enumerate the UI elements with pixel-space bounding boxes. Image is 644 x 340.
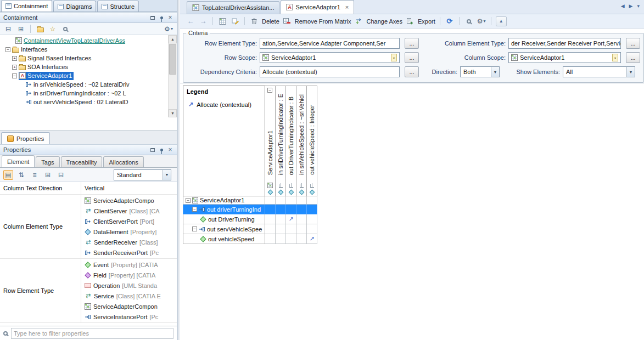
matrix-column-out-vehiclespeed[interactable]: out vehicleSpeed : Integer: [307, 86, 317, 196]
delete-icon[interactable]: [249, 16, 259, 26]
collapse-row-icon[interactable]: −: [192, 226, 197, 231]
tree-item-interfaces[interactable]: − Interfaces: [0, 45, 167, 54]
expand-node-icon[interactable]: +: [12, 56, 17, 61]
pin-panel-icon[interactable]: [158, 14, 165, 21]
matrix-cell[interactable]: [265, 214, 276, 224]
matrix-cell[interactable]: [296, 234, 307, 244]
row-element-type-field[interactable]: ation,Service,Service Adapter Component,…: [260, 38, 400, 49]
matrix-row-out-driverturningindicator-port[interactable]: − out driverTurningInd: [183, 205, 317, 214]
selected-tree-item[interactable]: A ServiceAdaptor1: [19, 72, 74, 80]
collapse-all-icon[interactable]: ⊟: [3, 24, 13, 34]
pin-panel-icon[interactable]: [158, 146, 165, 154]
edit-diagram-icon[interactable]: [230, 16, 240, 26]
search-icon[interactable]: [60, 24, 70, 34]
matrix-cell[interactable]: [307, 214, 317, 224]
tab-structure[interactable]: Structure: [97, 1, 139, 12]
collapse-row-icon[interactable]: −: [186, 198, 191, 203]
refresh-icon[interactable]: ⟳: [445, 16, 455, 26]
matrix-row-out-vehiclespeed[interactable]: out vehicleSpeed ↗: [183, 234, 317, 244]
expand-all-icon[interactable]: ⊞: [43, 170, 53, 180]
tree-item-in-sridriverturningindicator[interactable]: in sriDriverTurningIndicator : ~02 L: [0, 89, 167, 98]
remove-from-matrix-icon[interactable]: [282, 16, 292, 26]
collapse-column-icon[interactable]: −: [267, 88, 272, 93]
property-value-list[interactable]: Event [Property] [CATIA Field [Property]…: [81, 259, 177, 322]
matrix-cell-allocated[interactable]: ↗: [307, 234, 317, 244]
tree-item-out-servvehiclespeed[interactable]: out servVehicleSpeed : 02 LateralD: [0, 98, 167, 106]
tree-item-signal-based-interfaces[interactable]: + Signal Based Interfaces: [0, 54, 167, 63]
forward-icon[interactable]: →: [198, 16, 208, 26]
scroll-up-icon[interactable]: ▲: [169, 35, 177, 43]
column-element-type-browse-button[interactable]: ...: [626, 38, 640, 49]
remove-from-matrix-button[interactable]: Remove From Matrix: [295, 18, 351, 25]
matrix-options-gear-icon[interactable]: ⚙▾: [477, 16, 486, 26]
close-tab-icon[interactable]: ×: [345, 4, 349, 10]
close-panel-icon[interactable]: ×: [166, 14, 174, 21]
tab-element[interactable]: Element: [2, 155, 35, 167]
scope-flag-icon[interactable]: ▾: [391, 54, 397, 61]
row-element-type-browse-button[interactable]: ...: [405, 38, 419, 49]
matrix-cell[interactable]: [296, 224, 307, 234]
expand-node-icon[interactable]: +: [12, 65, 17, 70]
matrix-cell[interactable]: [307, 224, 317, 234]
tab-containment[interactable]: Containment: [1, 0, 52, 12]
matrix-cell[interactable]: [276, 214, 286, 224]
matrix-cell[interactable]: [296, 214, 307, 224]
matrix-cell[interactable]: [276, 196, 286, 205]
matrix-column-out-driverturningindicator[interactable]: out DriverTurningIndicator : B: [286, 86, 296, 196]
row-scope-browse-button[interactable]: ...: [405, 52, 419, 63]
properties-mode-select[interactable]: Standard ▼: [114, 169, 171, 180]
expand-all-icon[interactable]: ⊞: [16, 24, 26, 34]
scrollbar-thumb[interactable]: [169, 44, 176, 75]
matrix-cell[interactable]: [265, 234, 276, 244]
panel-options-gear-icon[interactable]: ⚙▾: [164, 24, 173, 34]
tree-item-soa-interfaces[interactable]: + SOA Interfaces: [0, 63, 167, 71]
tree-vertical-scrollbar[interactable]: ▲ ▼: [168, 35, 177, 117]
float-panel-icon[interactable]: [149, 146, 156, 154]
collapse-node-icon[interactable]: −: [5, 47, 10, 52]
matrix-cell[interactable]: [265, 196, 276, 205]
tree-item-containment-view[interactable]: ContainmentViewTopLateralDriverAss: [0, 36, 167, 45]
collapse-criteria-icon[interactable]: ▲: [496, 16, 507, 26]
tab-tags[interactable]: Tags: [36, 156, 59, 167]
matrix-cell[interactable]: [286, 205, 296, 214]
list-view-icon[interactable]: ≡: [30, 170, 40, 180]
favorites-star-icon[interactable]: ☆: [48, 24, 58, 34]
matrix-cell[interactable]: [286, 234, 296, 244]
float-panel-icon[interactable]: [149, 14, 156, 21]
matrix-column-in-srivehiclespeed[interactable]: in sriVehicleSpeed : ~sriVehicl: [296, 86, 307, 196]
delete-button[interactable]: Delete: [262, 18, 279, 25]
open-diagram-icon[interactable]: [35, 24, 45, 34]
related-elements-icon[interactable]: [217, 16, 227, 26]
categorized-view-icon[interactable]: ▤: [3, 170, 13, 180]
column-scope-field[interactable]: ServiceAdaptor1 ▾: [508, 52, 621, 63]
direction-select[interactable]: Both ▼: [460, 66, 500, 77]
matrix-cell[interactable]: [276, 205, 286, 214]
prev-tab-icon[interactable]: ◀: [621, 3, 625, 9]
matrix-row-serviceadaptor1[interactable]: − ServiceAdaptor1: [183, 196, 317, 205]
matrix-row-out-driverturningindicator[interactable]: out DriverTurning ↗: [183, 214, 317, 224]
matrix-cell[interactable]: [286, 196, 296, 205]
matrix-cell[interactable]: [265, 205, 276, 214]
next-tab-icon[interactable]: ▶: [629, 3, 633, 9]
tab-diagrams[interactable]: Diagrams: [53, 1, 96, 12]
tab-allocations[interactable]: Allocations: [103, 156, 143, 167]
tab-traceability[interactable]: Traceability: [61, 156, 103, 167]
matrix-cell[interactable]: [276, 224, 286, 234]
export-icon[interactable]: [405, 16, 415, 26]
scroll-down-icon[interactable]: ▼: [169, 109, 177, 117]
change-axes-button[interactable]: Change Axes: [366, 18, 402, 25]
column-scope-browse-button[interactable]: ...: [626, 52, 640, 63]
matrix-cell[interactable]: [276, 234, 286, 244]
sort-icon[interactable]: ⇅: [16, 170, 26, 180]
tree-item-in-srivehiclespeed[interactable]: in sriVehicleSpeed : ~02 LateralDriv: [0, 80, 167, 89]
back-icon[interactable]: ←: [186, 16, 195, 26]
doc-tab-toplateraldriverassistant[interactable]: TopLateralDriverAssistan...: [187, 1, 279, 14]
matrix-cell[interactable]: [296, 196, 307, 205]
column-element-type-field[interactable]: der Receiver,Sender Receiver Port,Servic…: [508, 38, 621, 49]
collapse-all-icon[interactable]: ⊟: [56, 170, 66, 180]
show-elements-select[interactable]: All ▼: [563, 66, 635, 77]
matrix-cell[interactable]: [307, 196, 317, 205]
row-scope-field[interactable]: ServiceAdaptor1 ▾: [260, 52, 400, 63]
property-value[interactable]: Vertical: [85, 183, 173, 194]
matrix-row-out-servvehiclespeed-port[interactable]: − out servVehicleSpee: [183, 224, 317, 234]
